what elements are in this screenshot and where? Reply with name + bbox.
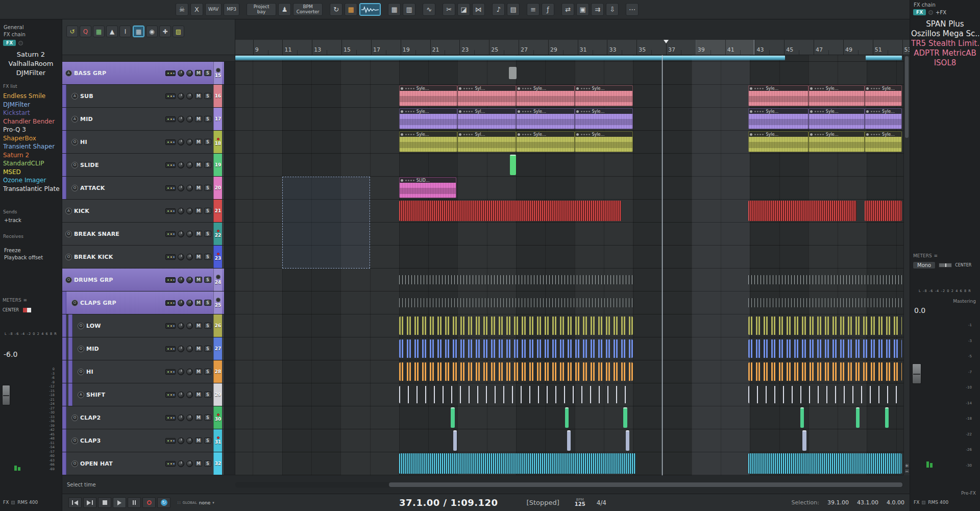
route-button[interactable]	[165, 369, 176, 375]
fx-list-item[interactable]: Saturn 2	[3, 151, 61, 160]
tcp-low[interactable]: OLOWMS26	[62, 314, 235, 337]
tcp-break-kick[interactable]: OBREAK KICKMS23	[62, 246, 235, 269]
tcp-drums-grp[interactable]: ODRUMS GRPMS24	[62, 269, 235, 291]
fx-list-item[interactable]: ShaperBox	[3, 134, 61, 143]
clip[interactable]: Syle…	[808, 131, 865, 152]
track-lane-hi[interactable]: Syle…Syl…Syle…Syle…Syle…Syle…Syle…	[235, 131, 903, 154]
record-arm-button[interactable]: A	[71, 93, 78, 100]
pan-knob[interactable]	[186, 300, 193, 306]
folder-toggle[interactable]	[216, 275, 220, 279]
right-fx-bypass-toggle[interactable]	[928, 10, 933, 15]
loop-source-icon[interactable]: ↻	[330, 3, 342, 16]
clip[interactable]	[399, 291, 633, 314]
global-value[interactable]: none	[199, 500, 210, 505]
nav-fx-chain[interactable]: FX chain	[4, 32, 26, 37]
time-display[interactable]: 37.1.00 / 1:09.120	[399, 497, 498, 508]
track-lane-open-hat[interactable]	[235, 452, 903, 475]
volume-knob[interactable]	[178, 277, 184, 283]
right-fx-enabled-badge[interactable]: FX	[913, 9, 926, 15]
track-lane-claps-grp[interactable]	[235, 291, 903, 314]
track-lane-sub[interactable]: Syle…Syl…Syle…Syle…Syle…Syle…Syle…	[235, 85, 903, 108]
right-bottom-rms-label[interactable]: RMS 400	[928, 500, 948, 505]
record-arm-button[interactable]: O	[78, 346, 84, 352]
record-arm-button[interactable]: O	[65, 254, 72, 260]
fx-list-item[interactable]: DJMFilter	[3, 101, 61, 109]
clip[interactable]: Syle…	[516, 108, 575, 129]
volume-knob[interactable]	[178, 116, 184, 123]
record-arm-button[interactable]: A	[65, 70, 72, 77]
quantize-icon[interactable]: Q	[80, 26, 91, 37]
right-meter-mode-icon[interactable]	[922, 501, 925, 504]
solo-button[interactable]: S	[204, 231, 211, 237]
clip[interactable]	[748, 386, 902, 403]
clip[interactable]	[399, 362, 633, 381]
right-bottom-fx-label[interactable]: FX	[914, 500, 919, 505]
fx-list-item[interactable]: SPAN Plus	[911, 19, 979, 29]
route-button[interactable]	[165, 461, 176, 467]
record-arm-button[interactable]: O	[78, 323, 84, 329]
zoom-in-button[interactable]: +	[904, 463, 910, 468]
route-button[interactable]	[165, 231, 176, 237]
horizontal-scrollbar-thumb[interactable]	[389, 482, 902, 487]
skull-icon[interactable]: ☠	[176, 3, 188, 16]
clip[interactable]	[399, 339, 633, 358]
route-button[interactable]	[165, 208, 176, 214]
crossfade-icon[interactable]: ⋈	[472, 3, 485, 16]
clip[interactable]: Syle…	[748, 85, 808, 106]
repeat-button[interactable]: ↻	[157, 497, 170, 508]
tcp-hi[interactable]: OHIMS28	[62, 360, 235, 383]
pan-knob[interactable]	[186, 208, 193, 214]
clip[interactable]	[802, 430, 806, 451]
pan-knob[interactable]	[186, 460, 193, 467]
render-icon[interactable]: ⇩	[606, 3, 619, 16]
record-arm-button[interactable]: O	[71, 415, 78, 421]
text-tool-icon[interactable]: I	[119, 26, 131, 37]
clip[interactable]: Syle…	[748, 131, 808, 152]
sync-icon[interactable]: ⇄	[561, 3, 574, 16]
fx-list-item[interactable]: TR5 Stealth Limit...	[911, 39, 979, 48]
wav-button[interactable]: WAV	[205, 3, 222, 16]
solo-button[interactable]: S	[204, 185, 211, 191]
clip[interactable]	[748, 201, 856, 221]
track-lane-mid[interactable]	[235, 337, 903, 360]
volume-knob[interactable]	[178, 437, 184, 444]
record-arm-button[interactable]: O	[78, 369, 84, 375]
record-arm-button[interactable]: O	[71, 162, 78, 168]
pre-fx-label[interactable]: Pre-FX	[961, 491, 976, 496]
marquee-tool-icon[interactable]: ▦	[133, 26, 144, 37]
clip[interactable]	[399, 269, 633, 291]
volume-readout[interactable]: -6.0	[4, 350, 17, 358]
solo-button[interactable]: S	[204, 116, 211, 122]
solo-button[interactable]: S	[204, 437, 211, 444]
volume-knob[interactable]	[178, 346, 184, 352]
clip[interactable]: SLID…	[399, 177, 456, 198]
add-fx-button[interactable]: +FX	[936, 10, 946, 15]
clip[interactable]: Syle…	[865, 85, 902, 106]
fx-list-item[interactable]: Endless Smile	[3, 92, 61, 101]
record-arm-button[interactable]: O	[71, 300, 78, 306]
piano-roll-icon[interactable]: ▤	[507, 3, 520, 16]
track-lane-low[interactable]	[235, 314, 903, 337]
ruler[interactable]: 9111315171921232527293133353739414345474…	[235, 40, 910, 55]
trim-items-icon[interactable]: ◪	[457, 3, 470, 16]
routing-icon[interactable]: ⇉	[591, 3, 604, 16]
vertical-scrollbar[interactable]: + −	[903, 55, 910, 475]
clip[interactable]: Syle…	[575, 131, 633, 152]
clip[interactable]	[748, 339, 902, 358]
route-button[interactable]	[165, 116, 176, 122]
fx-enabled-badge[interactable]: FX	[3, 40, 16, 46]
track-lane-clap3[interactable]	[235, 429, 903, 452]
record-arm-button[interactable]: O	[71, 139, 78, 145]
fx-chain-item[interactable]: Saturn 2	[0, 50, 62, 59]
solo-button[interactable]: S	[204, 162, 211, 168]
split-items-icon[interactable]: ✂	[443, 3, 455, 16]
selection-end[interactable]: 43.1.00	[857, 499, 878, 506]
solo-button[interactable]: S	[204, 415, 211, 421]
volume-knob[interactable]	[178, 254, 184, 260]
record-arm-button[interactable]: A	[71, 116, 78, 123]
volume-knob[interactable]	[178, 369, 184, 375]
track-lane-break-kick[interactable]	[235, 246, 903, 269]
mp3-button[interactable]: MP3	[224, 3, 239, 16]
tcp-open-hat[interactable]: OOPEN HATMS32	[62, 452, 235, 475]
volume-fader[interactable]	[2, 385, 10, 405]
